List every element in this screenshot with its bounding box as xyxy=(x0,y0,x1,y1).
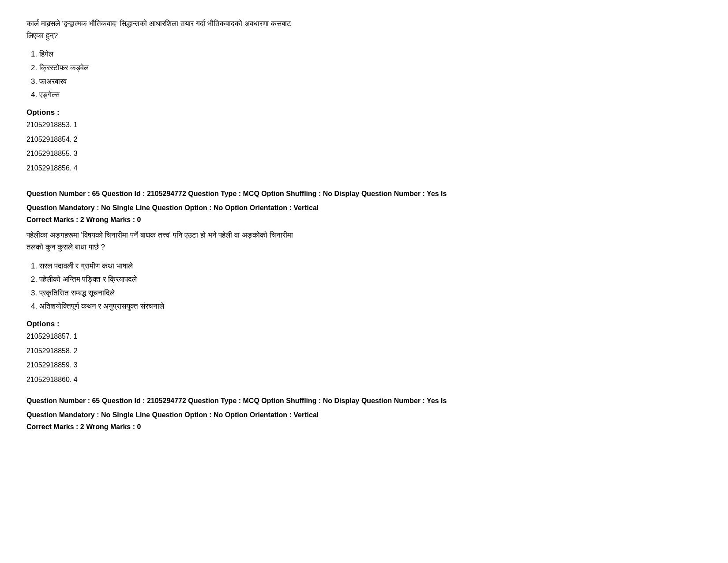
options-label-q65: Options : xyxy=(26,320,702,329)
q65-option-id-2: 21052918858. 2 xyxy=(26,345,702,358)
options-list-top: 1. हिगेल 2. क्रिस्टोफर कड्वेल 3. फाअरबार… xyxy=(26,48,702,102)
question-line2: लिएका हुन्? xyxy=(26,31,58,40)
option-id-1: 21052918853. 1 xyxy=(26,119,702,132)
meta-line1-first: Question Number : 65 Question Id : 21052… xyxy=(26,188,702,200)
q65-option-id-4: 21052918860. 4 xyxy=(26,374,702,386)
question-section-top: कार्ल माक्र्सले 'द्वन्द्वात्मक भौतिकवाद'… xyxy=(26,18,702,175)
q65-option-1: 1. सरल पदावली र ग्रामीण कथा भाषाले xyxy=(31,260,702,273)
option-4: 4. एङ्गेल्स xyxy=(31,88,702,102)
meta-line1-second: Question Number : 65 Question Id : 21052… xyxy=(26,395,702,407)
option-2: 2. क्रिस्टोफर कड्वेल xyxy=(31,61,702,75)
option-id-2: 21052918854. 2 xyxy=(26,133,702,146)
question-section-q65-first: Question Number : 65 Question Id : 21052… xyxy=(26,188,702,386)
q65-option-id-3: 21052918859. 3 xyxy=(26,359,702,372)
q65-line2: तलको कुन कुराले बाधा पार्छ ? xyxy=(26,243,105,251)
marks-line-first: Correct Marks : 2 Wrong Marks : 0 xyxy=(26,216,702,224)
meta-line2-second: Question Mandatory : No Single Line Ques… xyxy=(26,409,702,421)
option-id-4: 21052918856. 4 xyxy=(26,162,702,175)
q65-option-4: 4. अतिशयोक्तिपूर्ण कथन र अनुप्रासयुक्त स… xyxy=(31,300,702,314)
question-line1: कार्ल माक्र्सले 'द्वन्द्वात्मक भौतिकवाद'… xyxy=(26,19,291,28)
question-text-top: कार्ल माक्र्सले 'द्वन्द्वात्मक भौतिकवाद'… xyxy=(26,18,702,42)
option-1: 1. हिगेल xyxy=(31,48,702,61)
marks-line-second: Correct Marks : 2 Wrong Marks : 0 xyxy=(26,423,702,431)
q65-option-3: 3. प्रकृतिसित सम्बद्ध सूचनादिले xyxy=(31,287,702,300)
meta-line2-first: Question Mandatory : No Single Line Ques… xyxy=(26,202,702,214)
option-id-3: 21052918855. 3 xyxy=(26,147,702,160)
q65-line1: पहेलीका अङ्गहरूमा 'विषयको चिनारीमा पर्ने… xyxy=(26,231,293,239)
options-list-q65: 1. सरल पदावली र ग्रामीण कथा भाषाले 2. पह… xyxy=(26,260,702,314)
option-3: 3. फाअरबारव xyxy=(31,75,702,89)
question-text-q65-first: पहेलीका अङ्गहरूमा 'विषयको चिनारीमा पर्ने… xyxy=(26,229,702,253)
q65-option-2: 2. पहेलीको अन्तिम पङ्क्ति र क्रियापदले xyxy=(31,273,702,287)
question-section-q65-second: Question Number : 65 Question Id : 21052… xyxy=(26,395,702,431)
q65-option-id-1: 21052918857. 1 xyxy=(26,330,702,343)
options-label-top: Options : xyxy=(26,108,702,117)
